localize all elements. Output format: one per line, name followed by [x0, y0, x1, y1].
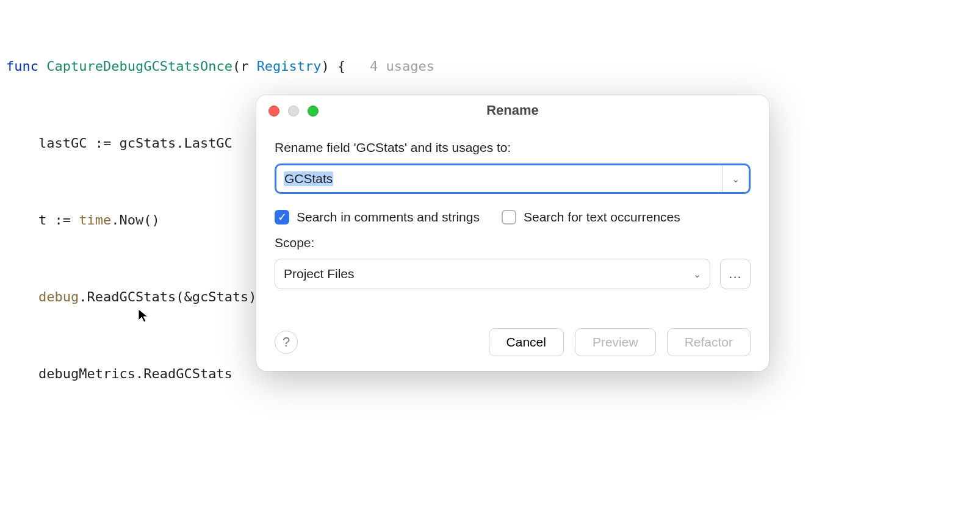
usages-hint[interactable]: 4 usages [370, 59, 434, 74]
keyword-func: func [6, 59, 38, 74]
scope-value: Project Files [284, 267, 355, 281]
history-dropdown-button[interactable]: ⌄ [722, 165, 749, 192]
close-icon[interactable] [268, 106, 279, 117]
scope-more-button[interactable]: ... [720, 259, 751, 289]
checkbox-search-text[interactable]: Search for text occurrences [502, 210, 680, 224]
preview-button[interactable]: Preview [575, 328, 656, 356]
type-name: Registry [257, 59, 322, 74]
cancel-button[interactable]: Cancel [489, 328, 564, 356]
rename-prompt: Rename field 'GCStats' and its usages to… [275, 140, 751, 155]
code-line[interactable] [0, 438, 980, 464]
rename-input-value: GCStats [284, 171, 333, 186]
checkbox-search-comments[interactable]: ✓ Search in comments and strings [275, 210, 480, 224]
checkbox-label: Search in comments and strings [297, 210, 480, 224]
rename-input-row: GCStats ⌄ [275, 163, 751, 194]
code-line[interactable]: func CaptureDebugGCStatsOnce(r Registry)… [0, 54, 980, 79]
rename-dialog: Rename Rename field 'GCStats' and its us… [256, 95, 769, 371]
rename-input[interactable]: GCStats [276, 165, 722, 192]
maximize-icon[interactable] [308, 106, 319, 117]
minimize-icon[interactable] [288, 106, 299, 117]
help-button[interactable]: ? [275, 331, 298, 354]
pkg-debug: debug [38, 289, 79, 304]
window-controls [268, 106, 319, 117]
checkbox-label: Search for text occurrences [524, 210, 680, 224]
refactor-button[interactable]: Refactor [667, 328, 751, 356]
dialog-title: Rename [486, 102, 539, 118]
scope-label: Scope: [275, 235, 751, 250]
pkg-time: time [79, 212, 111, 228]
dialog-titlebar[interactable]: Rename [256, 95, 769, 126]
scope-select[interactable]: Project Files ⌄ [275, 259, 710, 289]
checkmark-icon: ✓ [275, 210, 289, 224]
func-name: CaptureDebugGCStatsOnce [46, 59, 232, 74]
chevron-down-icon: ⌄ [732, 173, 740, 185]
checkbox-empty-icon [502, 210, 516, 224]
chevron-down-icon: ⌄ [693, 268, 701, 280]
